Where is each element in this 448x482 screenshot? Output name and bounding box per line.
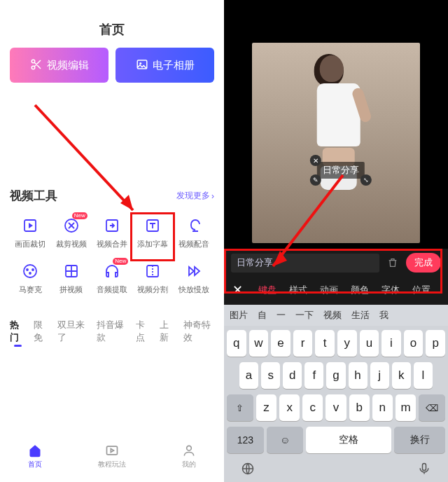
- tool-merge[interactable]: 视频合并: [92, 212, 132, 254]
- suggestion[interactable]: 一下: [295, 309, 314, 322]
- tool-crop[interactable]: 画面裁切: [10, 212, 50, 254]
- style-tab-keyboard[interactable]: 键盘: [258, 284, 276, 296]
- key-123[interactable]: 123: [227, 427, 264, 453]
- key-x[interactable]: x: [279, 394, 300, 421]
- tab-fx[interactable]: 神奇特效: [183, 319, 214, 344]
- video-edit-label: 视频编辑: [47, 59, 89, 72]
- key-u[interactable]: u: [360, 330, 379, 357]
- style-tab-font[interactable]: 字体: [382, 284, 400, 296]
- album-button[interactable]: 电子相册: [115, 48, 214, 83]
- trash-icon[interactable]: [385, 257, 400, 268]
- tool-subtitle[interactable]: 添加字幕: [132, 212, 173, 254]
- mic-icon[interactable]: [417, 462, 431, 478]
- key-g[interactable]: g: [326, 362, 345, 389]
- tab-douyin[interactable]: 抖音爆款: [97, 319, 127, 344]
- style-tab-color[interactable]: 颜色: [351, 284, 369, 296]
- more-link[interactable]: 发现更多›: [176, 190, 214, 202]
- done-button[interactable]: 完成: [406, 253, 441, 273]
- nav-tutorial[interactable]: 教程玩法: [98, 443, 126, 469]
- section-title: 视频工具: [10, 188, 57, 204]
- tab-kadian[interactable]: 卡点: [136, 319, 151, 344]
- key-t[interactable]: t: [315, 330, 335, 357]
- nav-home[interactable]: 首页: [27, 443, 43, 469]
- caption-overlay[interactable]: ✕ ✎ ⤡ 日常分享: [317, 162, 365, 179]
- svg-point-9: [29, 273, 31, 274]
- tool-mosaic[interactable]: 马赛克: [10, 258, 50, 299]
- suggestion[interactable]: 我: [379, 309, 388, 322]
- tool-audio-extract[interactable]: New音频提取: [92, 258, 132, 299]
- video-edit-button[interactable]: 视频编辑: [10, 48, 108, 83]
- key-c[interactable]: c: [302, 394, 323, 421]
- tab-free[interactable]: 限免: [34, 319, 49, 344]
- globe-icon[interactable]: [241, 462, 255, 478]
- style-tab-anim[interactable]: 动画: [320, 284, 338, 296]
- speed-icon: [185, 262, 203, 280]
- key-s[interactable]: s: [261, 362, 280, 389]
- suggestion[interactable]: 生活: [351, 309, 370, 322]
- suggestion[interactable]: 自: [258, 309, 267, 322]
- video-preview: ✕ ✎ ⤡ 日常分享: [224, 0, 448, 249]
- tool-dub[interactable]: 视频配音: [174, 212, 214, 254]
- caption-edit-icon[interactable]: ✎: [310, 174, 321, 186]
- caption-text-input[interactable]: [231, 254, 379, 273]
- key-emoji[interactable]: ☺: [267, 427, 304, 453]
- tool-split[interactable]: 视频分割: [132, 258, 173, 299]
- key-shift[interactable]: ⇧: [227, 394, 253, 421]
- style-tab-style[interactable]: 样式: [289, 284, 307, 296]
- key-space[interactable]: 空格: [306, 427, 391, 453]
- tab-hot[interactable]: 热门: [10, 319, 25, 344]
- key-l[interactable]: l: [414, 362, 433, 389]
- style-tab-pos[interactable]: 位置: [412, 284, 430, 296]
- suggestion[interactable]: 视频: [323, 309, 342, 322]
- key-r[interactable]: r: [293, 330, 313, 357]
- close-icon[interactable]: ✕: [232, 282, 243, 298]
- key-z[interactable]: z: [256, 394, 276, 421]
- key-m[interactable]: m: [396, 394, 416, 421]
- key-f[interactable]: f: [304, 362, 323, 389]
- key-e[interactable]: e: [271, 330, 290, 357]
- svg-point-6: [24, 265, 36, 277]
- home-icon: [27, 443, 43, 458]
- key-d[interactable]: d: [283, 362, 302, 389]
- merge-icon: [103, 216, 121, 235]
- person-icon: [181, 443, 197, 458]
- page-title: 首页: [10, 21, 214, 38]
- key-j[interactable]: j: [370, 362, 389, 389]
- key-p[interactable]: p: [426, 330, 445, 357]
- caption-scale-icon[interactable]: ⤡: [360, 174, 372, 186]
- home-screen: 首页 视频编辑 电子相册 视频工具 发现更多› 画面裁切 New裁剪视频 视频合…: [0, 0, 224, 482]
- tool-trim[interactable]: New裁剪视频: [50, 212, 91, 254]
- tool-collage[interactable]: 拼视频: [50, 258, 91, 299]
- key-o[interactable]: o: [404, 330, 424, 357]
- key-a[interactable]: a: [239, 362, 258, 389]
- svg-rect-17: [423, 464, 426, 471]
- key-b[interactable]: b: [349, 394, 370, 421]
- suggestion[interactable]: 图片: [230, 309, 248, 322]
- key-y[interactable]: y: [337, 330, 357, 357]
- key-w[interactable]: w: [249, 330, 269, 357]
- mic-icon: [185, 216, 203, 235]
- play-icon: [104, 443, 120, 458]
- new-badge: New: [72, 212, 88, 219]
- preview-frame[interactable]: ✕ ✎ ⤡ 日常分享: [252, 43, 420, 243]
- key-k[interactable]: k: [392, 362, 411, 389]
- tab-new[interactable]: 上新: [160, 319, 175, 344]
- nav-profile[interactable]: 我的: [181, 443, 197, 469]
- caption-delete-icon[interactable]: ✕: [310, 155, 321, 166]
- key-backspace[interactable]: ⌫: [419, 394, 445, 421]
- key-h[interactable]: h: [349, 362, 368, 389]
- tool-speed[interactable]: 快放慢放: [174, 258, 214, 299]
- hero-row: 视频编辑 电子相册: [10, 48, 214, 83]
- suggestion[interactable]: 一: [276, 309, 286, 322]
- tab-holiday[interactable]: 双旦来了: [57, 319, 88, 344]
- key-n[interactable]: n: [372, 394, 393, 421]
- section-head: 视频工具 发现更多›: [10, 188, 214, 204]
- category-tabs: 热门 限免 双旦来了 抖音爆款 卡点 上新 神奇特效: [10, 319, 214, 344]
- crop-icon: [21, 216, 39, 235]
- key-q[interactable]: q: [227, 330, 246, 357]
- arrow-to-subtitle: [35, 105, 154, 227]
- key-enter[interactable]: 换行: [394, 427, 445, 453]
- split-icon: [144, 262, 162, 280]
- key-i[interactable]: i: [382, 330, 401, 357]
- key-v[interactable]: v: [326, 394, 346, 421]
